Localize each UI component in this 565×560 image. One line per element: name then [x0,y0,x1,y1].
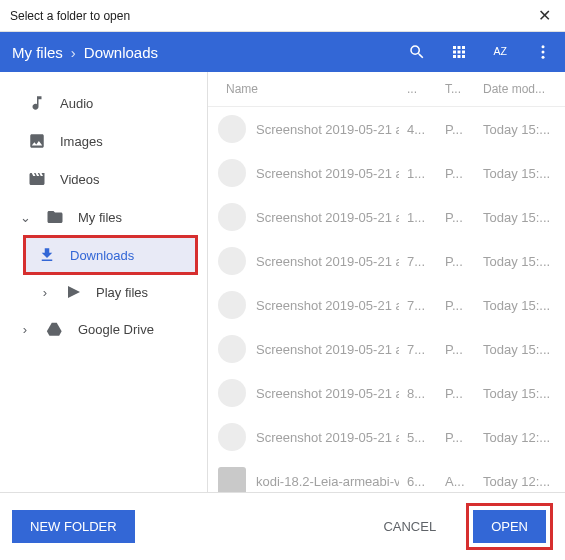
file-date: Today 12:... [475,422,565,453]
file-size: 6... [399,466,437,493]
table-row[interactable]: Screenshot 2019-05-21 at 15.1...1...P...… [208,151,565,195]
svg-text:AZ: AZ [494,45,508,57]
file-type: P... [437,378,475,409]
svg-point-2 [542,51,545,54]
sidebar-label: Google Drive [78,322,154,337]
col-name[interactable]: Name [208,72,399,106]
sort-icon[interactable]: AZ [491,42,511,62]
sidebar-item-myfiles[interactable]: ⌄ My files [0,198,207,236]
file-type: P... [437,158,475,189]
file-thumb-icon [218,247,246,275]
file-date: Today 15:... [475,290,565,321]
svg-point-1 [542,45,545,48]
file-size: 7... [399,246,437,277]
file-type: P... [437,290,475,321]
file-name: Screenshot 2019-05-21 at 15.1... [256,210,399,225]
file-list: Name ... T... Date mod... Screenshot 201… [208,72,565,492]
file-type: A... [437,466,475,493]
breadcrumb-root[interactable]: My files [12,44,63,61]
sidebar-item-audio[interactable]: Audio [0,84,207,122]
file-name: Screenshot 2019-05-21 at 15.0... [256,342,399,357]
file-name: Screenshot 2019-05-21 at 15.0... [256,298,399,313]
file-thumb-icon [218,423,246,451]
svg-point-3 [542,56,545,59]
table-row[interactable]: Screenshot 2019-05-21 at 12.3...5...P...… [208,415,565,459]
col-date[interactable]: Date mod... [475,72,565,106]
file-thumb-icon [218,203,246,231]
table-row[interactable]: Screenshot 2019-05-21 at 15.0...7...P...… [208,239,565,283]
col-size[interactable]: ... [399,72,437,106]
footer: NEW FOLDER CANCEL OPEN [0,492,565,560]
chevron-right-icon: › [71,44,76,61]
file-size: 7... [399,334,437,365]
titlebar: Select a folder to open ✕ [0,0,565,32]
table-row[interactable]: Screenshot 2019-05-21 at 15.0...7...P...… [208,283,565,327]
file-size: 4... [399,114,437,145]
file-date: Today 15:... [475,334,565,365]
breadcrumb: My files › Downloads [12,44,407,61]
file-date: Today 15:... [475,114,565,145]
chevron-right-icon: › [18,322,32,337]
more-icon[interactable] [533,42,553,62]
file-date: Today 15:... [475,158,565,189]
file-size: 8... [399,378,437,409]
grid-view-icon[interactable] [449,42,469,62]
file-type: P... [437,246,475,277]
file-name: Screenshot 2019-05-21 at 15.0... [256,254,399,269]
file-type: P... [437,202,475,233]
open-button[interactable]: OPEN [473,510,546,543]
search-icon[interactable] [407,42,427,62]
cancel-button[interactable]: CANCEL [365,510,454,543]
dialog-title: Select a folder to open [10,9,130,23]
file-name: Screenshot 2019-05-21 at 15.1... [256,166,399,181]
file-name: kodi-18.2-Leia-armeabi-v7a.apk [256,474,399,489]
sidebar-label: Play files [96,285,148,300]
file-size: 1... [399,158,437,189]
file-size: 1... [399,202,437,233]
sidebar-label: Images [60,134,103,149]
sidebar-item-downloads[interactable]: Downloads [24,236,197,274]
table-row[interactable]: Screenshot 2019-05-21 at 15.0...7...P...… [208,327,565,371]
file-thumb-icon [218,159,246,187]
file-size: 5... [399,422,437,453]
open-button-highlight: OPEN [466,503,553,550]
sidebar-item-gdrive[interactable]: › Google Drive [0,310,207,348]
sidebar-label: My files [78,210,122,225]
column-headers: Name ... T... Date mod... [208,72,565,107]
close-icon[interactable]: ✕ [534,6,555,25]
table-row[interactable]: Screenshot 2019-05-21 at 15.1...1...P...… [208,195,565,239]
main-area: Audio Images Videos ⌄ My files Downloads… [0,72,565,492]
sidebar: Audio Images Videos ⌄ My files Downloads… [0,72,208,492]
file-thumb-icon [218,335,246,363]
sidebar-item-playfiles[interactable]: › Play files [0,274,207,310]
sidebar-label: Downloads [70,248,134,263]
file-type: P... [437,422,475,453]
sidebar-label: Videos [60,172,100,187]
file-type: P... [437,114,475,145]
file-size: 7... [399,290,437,321]
file-name: Screenshot 2019-05-21 at 15.0... [256,386,399,401]
file-type: P... [437,334,475,365]
file-date: Today 12:... [475,466,565,493]
file-thumb-icon [218,291,246,319]
breadcrumb-current[interactable]: Downloads [84,44,158,61]
sidebar-item-images[interactable]: Images [0,122,207,160]
chevron-down-icon: ⌄ [18,210,32,225]
file-thumb-icon [218,115,246,143]
file-date: Today 15:... [475,202,565,233]
sidebar-item-videos[interactable]: Videos [0,160,207,198]
table-row[interactable]: Screenshot 2019-05-21 at 15.0...8...P...… [208,371,565,415]
col-type[interactable]: T... [437,72,475,106]
file-name: Screenshot 2019-05-21 at 15.2... [256,122,399,137]
header-bar: My files › Downloads AZ [0,32,565,72]
file-thumb-icon [218,379,246,407]
file-name: Screenshot 2019-05-21 at 12.3... [256,430,399,445]
new-folder-button[interactable]: NEW FOLDER [12,510,135,543]
file-date: Today 15:... [475,246,565,277]
table-row[interactable]: Screenshot 2019-05-21 at 15.2...4...P...… [208,107,565,151]
table-row[interactable]: kodi-18.2-Leia-armeabi-v7a.apk6...A...To… [208,459,565,492]
chevron-right-icon: › [38,285,52,300]
sidebar-label: Audio [60,96,93,111]
file-thumb-icon [218,467,246,492]
file-date: Today 15:... [475,378,565,409]
